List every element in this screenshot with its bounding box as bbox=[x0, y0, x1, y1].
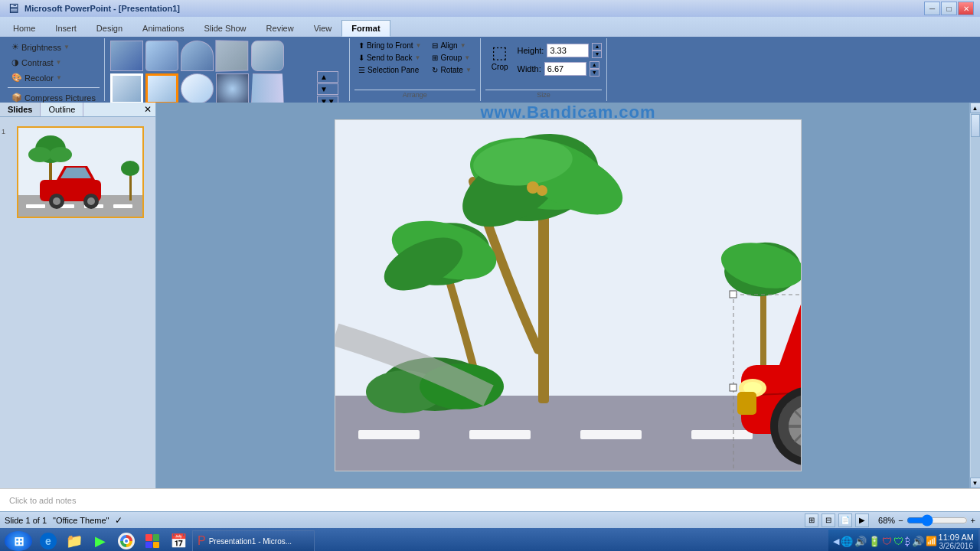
bluetooth-icon: ₿ bbox=[905, 536, 910, 547]
ie-btn[interactable]: e bbox=[35, 530, 61, 551]
style-thumb-2[interactable] bbox=[145, 41, 178, 71]
reading-view-btn[interactable]: 📄 bbox=[838, 514, 852, 527]
svg-rect-21 bbox=[580, 430, 642, 439]
zoom-in-icon[interactable]: + bbox=[971, 516, 975, 525]
svg-rect-2 bbox=[26, 204, 45, 208]
tab-review[interactable]: Review bbox=[256, 20, 304, 37]
calendar-btn[interactable]: 📅 bbox=[165, 530, 191, 551]
slides-tab[interactable]: Slides bbox=[0, 103, 41, 116]
normal-view-btn[interactable]: ⊞ bbox=[805, 514, 818, 527]
status-left: Slide 1 of 1 "Office Theme" ✓ bbox=[5, 515, 122, 526]
size-group-label: Size bbox=[485, 90, 602, 99]
svg-rect-5 bbox=[113, 204, 132, 208]
slide-panel-close-btn[interactable]: ✕ bbox=[140, 103, 155, 116]
scroll-down-btn[interactable]: ▼ bbox=[970, 478, 981, 488]
slide-thumb-1[interactable] bbox=[17, 126, 144, 218]
svg-rect-64 bbox=[737, 392, 756, 415]
style-thumb-1[interactable] bbox=[110, 41, 143, 71]
style-thumb-4[interactable] bbox=[215, 40, 248, 71]
crop-label: Crop bbox=[492, 63, 508, 71]
scroll-up-btn[interactable]: ▲ bbox=[970, 103, 981, 113]
width-down-btn[interactable]: ▼ bbox=[590, 69, 599, 77]
slide-panel: Slides Outline ✕ 1 bbox=[0, 103, 156, 488]
style-thumb-8[interactable] bbox=[181, 73, 214, 104]
height-down-btn[interactable]: ▼ bbox=[592, 51, 602, 58]
maximize-btn[interactable]: □ bbox=[941, 2, 957, 15]
apps-btn[interactable] bbox=[139, 530, 165, 551]
slide-item-1[interactable]: 1 bbox=[12, 126, 143, 218]
slide-canvas[interactable] bbox=[335, 119, 802, 471]
height-up-btn[interactable]: ▲ bbox=[592, 43, 602, 51]
files-btn[interactable]: 📁 bbox=[61, 530, 87, 551]
zoom-slider[interactable] bbox=[906, 516, 968, 525]
bring-to-front-btn[interactable]: ⬆ Bring to Front ▼ bbox=[354, 40, 426, 51]
style-thumb-3[interactable] bbox=[181, 41, 214, 71]
crop-icon: ⬚ bbox=[492, 43, 508, 63]
rotate-icon: ↻ bbox=[432, 66, 438, 74]
style-thumb-5[interactable] bbox=[251, 41, 284, 71]
outline-tab[interactable]: Outline bbox=[41, 103, 83, 116]
slide-sorter-btn[interactable]: ⊟ bbox=[822, 514, 835, 527]
minimize-btn[interactable]: ─ bbox=[924, 2, 940, 15]
status-bar: Slide 1 of 1 "Office Theme" ✓ ⊞ ⊟ 📄 ▶ 68… bbox=[0, 511, 980, 528]
tray-date-text: 3/26/2016 bbox=[939, 542, 974, 550]
style-thumb-10[interactable] bbox=[251, 73, 284, 104]
recolor-icon: 🎨 bbox=[11, 73, 22, 83]
width-input[interactable] bbox=[544, 62, 586, 76]
svg-point-12 bbox=[53, 197, 60, 205]
zoom-out-icon[interactable]: − bbox=[898, 516, 903, 525]
group-icon: ⊞ bbox=[432, 54, 438, 62]
contrast-btn[interactable]: ◑ Contrast ▼ bbox=[8, 55, 66, 70]
tab-insert[interactable]: Insert bbox=[45, 20, 87, 37]
svg-point-16 bbox=[121, 161, 139, 176]
powerpoint-taskbar-item[interactable]: P Presentation1 - Micros... bbox=[192, 530, 315, 551]
brightness-icon: ☀ bbox=[11, 42, 19, 52]
tab-view[interactable]: View bbox=[304, 20, 342, 37]
tab-home[interactable]: Home bbox=[3, 20, 45, 37]
vertical-scrollbar[interactable]: ▲ ▼ bbox=[969, 103, 980, 488]
ribbon: ☀ Brightness ▼ ◑ Contrast ▼ 🎨 Recolor ▼ … bbox=[0, 37, 980, 103]
scroll-thumb[interactable] bbox=[971, 114, 980, 137]
tab-animations[interactable]: Animations bbox=[132, 20, 194, 37]
svg-rect-68 bbox=[730, 291, 737, 298]
group-btn[interactable]: ⊞ Group ▼ bbox=[428, 52, 475, 64]
send-to-back-btn[interactable]: ⬇ Send to Back ▼ bbox=[354, 52, 426, 64]
style-thumb-9[interactable] bbox=[216, 73, 249, 104]
av-icon: 🛡 bbox=[893, 536, 903, 547]
tab-slide-show[interactable]: Slide Show bbox=[194, 20, 256, 37]
selection-pane-icon: ☰ bbox=[358, 66, 365, 74]
align-icon: ⊟ bbox=[432, 41, 438, 50]
rotate-btn[interactable]: ↻ Rotate ▼ bbox=[428, 64, 475, 76]
svg-rect-19 bbox=[358, 430, 420, 439]
brightness-btn[interactable]: ☀ Brightness ▼ bbox=[8, 40, 74, 54]
speakers-icon: 🔊 bbox=[912, 536, 924, 547]
width-up-btn[interactable]: ▲ bbox=[590, 61, 599, 69]
height-label: Height: bbox=[518, 46, 544, 55]
style-thumb-7[interactable] bbox=[145, 73, 178, 104]
tray-clock[interactable]: 11:09 AM 3/26/2016 bbox=[939, 533, 974, 550]
arrange-group: ⬆ Bring to Front ▼ ⬇ Send to Back ▼ ☰ Se… bbox=[350, 38, 481, 101]
height-input[interactable] bbox=[547, 44, 589, 57]
slideshow-btn[interactable]: ▶ bbox=[855, 514, 869, 527]
start-button[interactable]: ⊞ bbox=[2, 530, 35, 551]
notes-bar[interactable]: Click to add notes bbox=[0, 488, 980, 511]
width-label: Width: bbox=[518, 64, 541, 73]
style-thumb-6[interactable] bbox=[110, 73, 143, 104]
system-tray: ◀ 🌐 🔊 🔋 🛡 🛡 ₿ 🔊 📶 11:09 AM 3/26/2016 bbox=[828, 530, 978, 551]
height-row: Height: ▲ ▼ bbox=[518, 43, 603, 58]
chrome-btn[interactable] bbox=[113, 530, 139, 551]
tab-design[interactable]: Design bbox=[87, 20, 132, 37]
title-bar-text: Microsoft PowerPoint - [Presentation1] bbox=[24, 4, 180, 13]
tray-arrow-icon[interactable]: ◀ bbox=[833, 536, 839, 546]
media-btn[interactable]: ▶ bbox=[87, 530, 113, 551]
zoom-pct: 68% bbox=[872, 516, 895, 525]
svg-rect-71 bbox=[730, 384, 737, 391]
align-btn[interactable]: ⊟ Align ▼ bbox=[428, 40, 475, 51]
signal-icon: 📶 bbox=[926, 536, 937, 546]
crop-btn[interactable]: ⬚ Crop bbox=[485, 40, 514, 74]
close-btn[interactable]: ✕ bbox=[958, 2, 974, 15]
tab-format[interactable]: Format bbox=[341, 20, 390, 37]
scroll-track bbox=[971, 113, 980, 478]
selection-pane-btn[interactable]: ☰ Selection Pane bbox=[354, 64, 426, 76]
recolor-btn[interactable]: 🎨 Recolor ▼ bbox=[8, 70, 66, 85]
